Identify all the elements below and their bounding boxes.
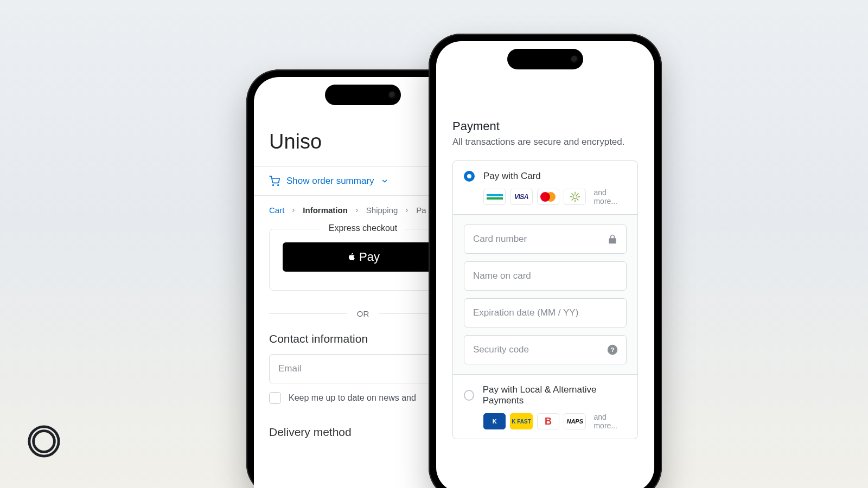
option-pay-with-alt-label: Pay with Local & Alternative Payments [483,384,627,406]
mada-card-icon [483,189,506,205]
svg-point-1 [34,431,55,452]
svg-line-11 [571,199,573,201]
card-number-field[interactable] [464,224,627,254]
chevron-right-icon [291,208,296,213]
or-label: OR [357,309,369,318]
radio-selected-icon [464,171,475,182]
svg-line-10 [577,199,578,201]
cart-icon [269,176,280,187]
apple-pay-text: Pay [359,250,380,264]
decorative-ring-logo [27,425,61,458]
card-fields: ? [453,214,637,374]
newsletter-checkbox[interactable] [269,392,281,404]
expiration-date-field[interactable] [464,298,627,328]
svg-point-4 [573,195,577,198]
show-order-summary-label: Show order summary [286,176,374,187]
option-pay-with-card[interactable]: Pay with Card VISA and more... [453,161,637,214]
chevron-down-icon [381,177,388,185]
breadcrumb-payment: Pa [416,206,426,215]
option-pay-with-card-label: Pay with Card [483,171,541,182]
benefit-icon: B [537,413,559,429]
radio-unselected-icon [464,390,474,401]
and-more-label: and more... [593,188,627,206]
naps-icon: NAPS [564,413,586,429]
breadcrumb-cart[interactable]: Cart [269,206,284,215]
chevron-right-icon [404,208,410,213]
and-more-label: and more... [593,413,627,430]
name-on-card-field[interactable] [464,261,627,291]
apple-logo-icon [346,252,357,262]
knet-icon: K [483,413,506,429]
card-brand-row: VISA and more... [483,188,627,206]
chevron-right-icon [354,208,360,213]
svg-line-9 [571,194,573,195]
breadcrumb-information: Information [303,206,348,215]
payment-heading: Payment [452,119,638,133]
payment-options-group: Pay with Card VISA and more... [452,160,638,439]
phone-mockup-right: Payment All transactions are secure and … [429,34,662,488]
phone-notch [325,85,401,105]
help-icon[interactable]: ? [607,344,618,355]
breadcrumb-shipping: Shipping [366,206,398,215]
payment-subheading: All transactions are secure and encrypte… [452,137,638,147]
alt-brand-row: K K FAST B NAPS and more... [483,413,627,430]
apple-pay-button[interactable]: Pay [283,242,443,272]
visa-card-icon: VISA [510,189,532,205]
svg-point-3 [278,185,279,186]
newsletter-label: Keep me up to date on news and [289,393,416,403]
meeza-card-icon [564,189,586,205]
svg-text:?: ? [610,346,614,353]
svg-line-12 [577,194,578,195]
lock-icon [607,234,618,245]
option-pay-with-alt[interactable]: Pay with Local & Alternative Payments K … [453,374,637,439]
security-code-field[interactable] [464,335,627,364]
mastercard-icon [537,189,559,205]
svg-point-2 [273,185,274,186]
phone-notch [507,49,583,69]
kfast-icon: K FAST [510,413,532,429]
express-checkout-label: Express checkout [321,223,405,233]
